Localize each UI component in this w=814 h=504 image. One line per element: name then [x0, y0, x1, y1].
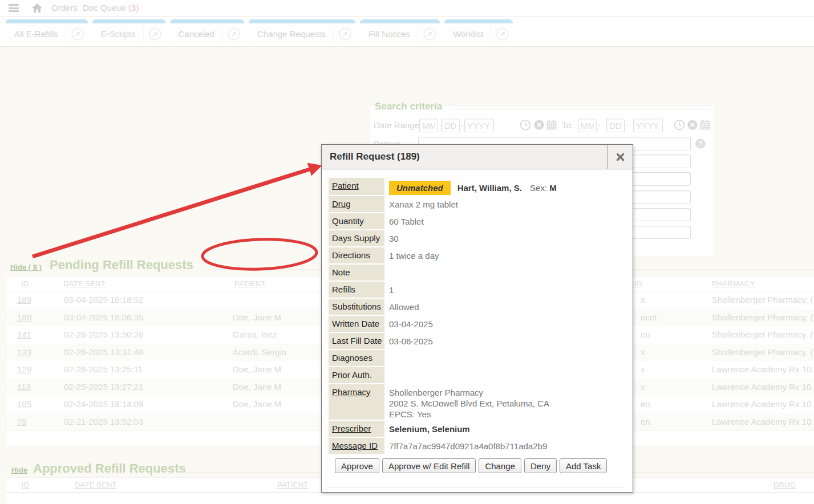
detail-value-pharmacy: Shollenberger Pharmacy2002 S. McDowell B… — [384, 384, 549, 420]
detail-row-prescriber: PrescriberSelenium, Selenium — [329, 421, 626, 437]
detail-value-refills: 1 — [384, 282, 394, 298]
detail-label-days-supply: Days Supply — [329, 230, 384, 246]
detail-row-note: Note — [329, 265, 626, 281]
detail-value-line: Shollenberger Pharmacy — [389, 387, 549, 398]
detail-row-refills: Refills1 — [329, 282, 626, 298]
detail-label-note: Note — [329, 265, 384, 281]
detail-row-message-id: Message ID7ff7a7a7ac9947d0921a4a0f8b711a… — [329, 438, 626, 454]
detail-label-refills: Refills — [329, 282, 384, 298]
detail-value-directions: 1 twice a day — [384, 247, 439, 263]
detail-row-quantity: Quantity60 Tablet — [329, 213, 626, 229]
detail-value-text: 03-06-2025 — [389, 336, 433, 346]
detail-row-diagnoses: Diagnoses — [329, 350, 626, 366]
add-task-button[interactable]: Add Task — [560, 458, 607, 473]
detail-label-directions: Directions — [329, 247, 384, 263]
detail-row-drug: DrugXanax 2 mg tablet — [329, 196, 626, 212]
detail-value-diagnoses — [384, 350, 389, 366]
refill-requests-page: Orders Doc Queue (3) All E-Refills E-Scr… — [0, 0, 814, 504]
dialog-button-row: ApproveApprove w/ Edit RefillChangeDenyA… — [335, 458, 626, 473]
detail-row-pharmacy: PharmacyShollenberger Pharmacy2002 S. Mc… — [329, 384, 626, 420]
approve-w-edit-refill-button[interactable]: Approve w/ Edit Refill — [382, 458, 476, 473]
detail-value-line: EPCS: Yes — [389, 409, 549, 420]
detail-value-text: Selenium, Selenium — [389, 424, 470, 434]
detail-value-last-fill-date: 03-06-2025 — [384, 333, 433, 349]
detail-value-prescriber: Selenium, Selenium — [384, 421, 470, 437]
detail-row-days-supply: Days Supply30 — [329, 230, 626, 246]
unmatched-badge: Unmatched — [389, 181, 451, 195]
detail-label-prescriber[interactable]: Prescriber — [329, 421, 384, 437]
dialog-title: Refill Request (189) — [322, 145, 607, 169]
dialog-body: PatientUnmatchedHart, William, S. Sex: M… — [322, 169, 633, 499]
detail-value-text: 1 — [389, 285, 394, 295]
detail-row-written-date: Written Date03-04-2025 — [329, 316, 626, 332]
detail-label-substitutions: Substitutions — [329, 299, 384, 315]
detail-label-diagnoses: Diagnoses — [329, 350, 384, 366]
sex-label: Sex: — [528, 183, 549, 193]
detail-label-patient[interactable]: Patient — [329, 178, 384, 195]
detail-label-drug[interactable]: Drug — [329, 196, 384, 212]
detail-value-text: 03-04-2025 — [389, 319, 433, 329]
approve-button[interactable]: Approve — [335, 458, 379, 473]
detail-value-patient: UnmatchedHart, William, S. Sex: M — [384, 178, 557, 195]
sex-value: M — [549, 183, 557, 193]
detail-value-prior-auth — [384, 367, 389, 383]
close-icon[interactable] — [607, 145, 633, 169]
detail-value-text: Allowed — [389, 302, 419, 312]
detail-value-substitutions: Allowed — [384, 299, 419, 315]
dialog-header: Refill Request (189) — [322, 145, 633, 169]
detail-label-quantity: Quantity — [329, 213, 384, 229]
detail-value-line: 2002 S. McDowell Blvd Ext, Petaluma, CA — [389, 398, 549, 409]
change-button[interactable]: Change — [479, 458, 521, 473]
detail-label-last-fill-date: Last Fill Date — [329, 333, 384, 349]
detail-label-written-date: Written Date — [329, 316, 384, 332]
detail-value-text: 7ff7a7a7ac9947d0921a4a0f8b711ada2b9 — [389, 441, 547, 451]
detail-value-text: Xanax 2 mg tablet — [389, 200, 458, 209]
detail-value-days-supply: 30 — [384, 230, 399, 246]
detail-value-text: 1 twice a day — [389, 251, 439, 261]
refill-request-dialog: Refill Request (189) PatientUnmatchedHar… — [321, 144, 633, 493]
detail-value-text: Hart, William, S. — [457, 183, 522, 193]
detail-value-drug: Xanax 2 mg tablet — [384, 196, 458, 212]
detail-label-message-id[interactable]: Message ID — [329, 438, 384, 454]
detail-label-prior-auth: Prior Auth. — [329, 367, 384, 383]
dialog-footer-divider — [329, 487, 626, 499]
detail-value-quantity: 60 Tablet — [384, 213, 424, 229]
detail-value-text: 60 Tablet — [389, 217, 424, 226]
detail-row-substitutions: SubstitutionsAllowed — [329, 299, 626, 315]
deny-button[interactable]: Deny — [524, 458, 557, 473]
detail-row-patient: PatientUnmatchedHart, William, S. Sex: M — [329, 178, 626, 195]
detail-value-written-date: 03-04-2025 — [384, 316, 433, 332]
detail-row-prior-auth: Prior Auth. — [329, 367, 626, 383]
detail-row-last-fill-date: Last Fill Date03-06-2025 — [329, 333, 626, 349]
detail-row-directions: Directions1 twice a day — [329, 247, 626, 263]
detail-value-text: 30 — [389, 234, 399, 243]
detail-value-message-id: 7ff7a7a7ac9947d0921a4a0f8b711ada2b9 — [384, 438, 547, 454]
detail-value-note — [384, 265, 389, 281]
detail-label-pharmacy[interactable]: Pharmacy — [329, 384, 384, 420]
